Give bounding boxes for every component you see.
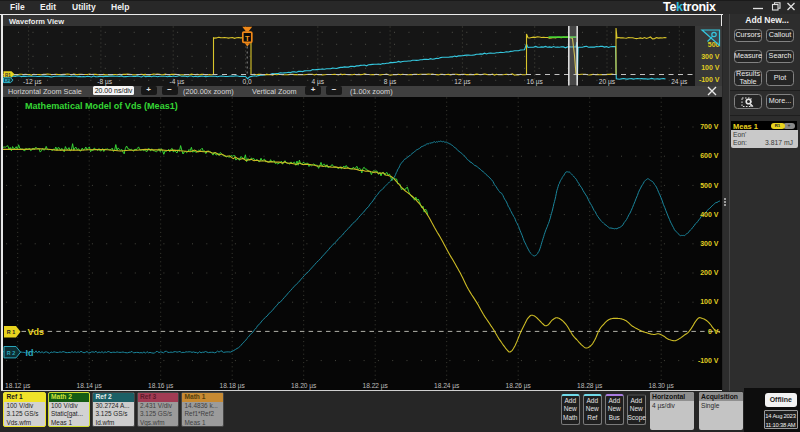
svg-text:600 V: 600 V bbox=[700, 152, 719, 159]
svg-text:20 µs: 20 µs bbox=[598, 78, 615, 86]
svg-text:500 V: 500 V bbox=[700, 181, 719, 188]
svg-text:24 µs: 24 µs bbox=[671, 78, 688, 86]
svg-text:200 V: 200 V bbox=[700, 269, 719, 276]
svg-text:Id: Id bbox=[25, 348, 33, 358]
svg-text:0 V: 0 V bbox=[708, 327, 719, 334]
svg-text:R 1: R 1 bbox=[6, 329, 14, 335]
svg-text:18.18 µs: 18.18 µs bbox=[219, 381, 245, 389]
svg-text:16 µs: 16 µs bbox=[526, 78, 543, 86]
svg-text:18.28 µs: 18.28 µs bbox=[577, 381, 603, 389]
svg-text:8 µs: 8 µs bbox=[383, 78, 396, 86]
svg-text:18.12 µs: 18.12 µs bbox=[5, 381, 31, 389]
svg-text:-100 V: -100 V bbox=[697, 356, 718, 363]
svg-text:100 V: 100 V bbox=[701, 64, 720, 71]
svg-text:700 V: 700 V bbox=[700, 123, 719, 130]
svg-text:300 V: 300 V bbox=[701, 53, 720, 60]
svg-text:18.30 µs: 18.30 µs bbox=[648, 381, 674, 389]
svg-text:18.16 µs: 18.16 µs bbox=[148, 381, 174, 389]
svg-text:T: T bbox=[245, 33, 250, 42]
svg-text:100 V: 100 V bbox=[700, 298, 719, 305]
svg-text:Vds: Vds bbox=[27, 327, 43, 337]
svg-text:18.22 µs: 18.22 µs bbox=[362, 381, 388, 389]
svg-text:18.24 µs: 18.24 µs bbox=[434, 381, 460, 389]
svg-text:-12 µs: -12 µs bbox=[23, 78, 42, 86]
svg-text:18.26 µs: 18.26 µs bbox=[505, 381, 531, 389]
svg-text:18.14 µs: 18.14 µs bbox=[76, 381, 102, 389]
svg-text:R2: R2 bbox=[4, 78, 10, 83]
svg-text:0,0: 0,0 bbox=[242, 78, 251, 85]
svg-text:R 2: R 2 bbox=[6, 349, 14, 355]
svg-text:R1: R1 bbox=[5, 72, 11, 77]
svg-text:18.20 µs: 18.20 µs bbox=[291, 381, 317, 389]
svg-text:-100 V: -100 V bbox=[698, 76, 719, 83]
svg-text:400 V: 400 V bbox=[700, 210, 719, 217]
svg-text:Mathematical Model of Vds (Mea: Mathematical Model of Vds (Meas1) bbox=[25, 100, 178, 110]
svg-text:-8 µs: -8 µs bbox=[97, 78, 112, 86]
svg-text:300 V: 300 V bbox=[700, 240, 719, 247]
svg-text:12 µs: 12 µs bbox=[454, 78, 471, 86]
